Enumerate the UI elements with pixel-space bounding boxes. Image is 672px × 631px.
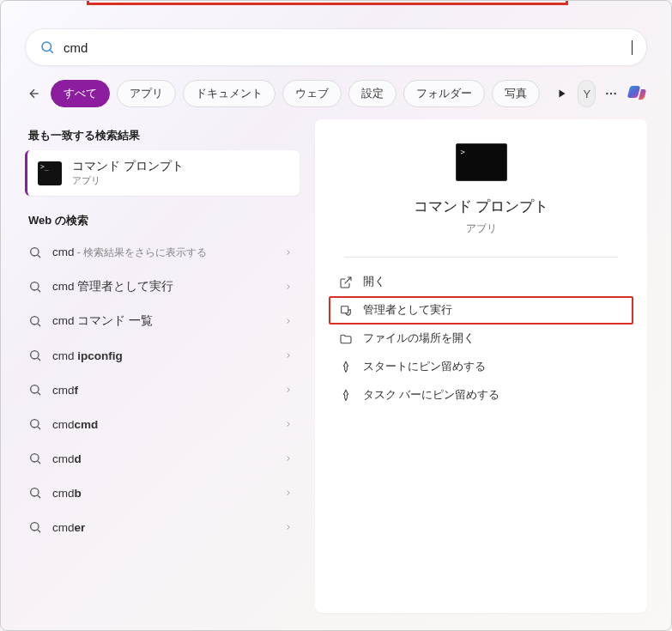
right-panel: コマンド プロンプト アプリ 開く 管理者として実行 ファイルの場所を開く [315,119,647,613]
svg-point-23 [31,523,39,531]
svg-line-22 [38,495,40,498]
svg-point-0 [42,42,51,52]
web-result-text: cmdf [52,384,78,397]
chevron-right-icon [284,382,293,397]
svg-line-16 [38,392,40,395]
action-open[interactable]: 開く [329,268,633,296]
search-icon [28,314,42,328]
pin-icon [339,389,353,403]
tabs-row: すべて アプリ ドキュメント ウェブ 設定 フォルダー 写真 Y [1,78,671,114]
svg-point-11 [31,317,39,325]
best-match-header: 最も一致する検索結果 [28,128,300,143]
svg-line-8 [38,255,40,258]
pin-icon [339,361,353,374]
tab-all[interactable]: すべて [51,80,110,107]
web-result-text: cmd コマンド 一覧 [52,313,153,329]
user-avatar[interactable]: Y [578,80,596,107]
chevron-right-icon [284,348,293,363]
web-result-item[interactable]: cmdb [25,476,300,510]
more-button[interactable] [602,80,620,107]
chevron-right-icon [284,485,293,501]
web-result-item[interactable]: cmdf [25,373,300,407]
search-icon [39,39,55,55]
content: 最も一致する検索結果 コマンド プロンプト アプリ Web の検索 cmd - … [1,114,671,630]
action-pin-taskbar[interactable]: タスク バーにピン留めする [329,381,633,410]
svg-rect-26 [342,306,348,312]
open-icon [339,276,353,289]
action-pin-start[interactable]: スタートにピン留めする [329,353,633,381]
web-result-text: cmdd [52,452,82,465]
tab-web[interactable]: ウェブ [282,80,342,107]
search-icon [28,417,42,431]
search-input[interactable]: cmd [64,40,633,55]
web-result-item[interactable]: cmd ipconfig [25,338,300,373]
tab-settings[interactable]: 設定 [348,80,397,107]
web-search-header: Web の検索 [28,213,300,228]
web-result-item[interactable]: cmdd [25,441,300,476]
search-icon [28,486,42,500]
svg-point-19 [31,454,39,462]
best-match-title: コマンド プロンプト [72,159,184,174]
svg-point-7 [31,248,39,256]
svg-line-12 [38,324,40,326]
app-title: コマンド プロンプト [414,197,549,216]
annotation-top-box [87,1,568,5]
svg-marker-3 [560,90,566,98]
svg-line-24 [38,530,40,532]
play-button[interactable] [554,80,571,107]
svg-line-20 [38,461,40,464]
chevron-right-icon [284,451,293,466]
action-open-location-label: ファイルの場所を開く [363,331,475,346]
web-result-item[interactable]: cmd - 検索結果をさらに表示する [25,235,300,270]
app-large-icon [456,143,507,181]
svg-point-17 [31,420,39,428]
chevron-right-icon [284,416,293,432]
svg-point-15 [31,385,39,393]
tab-documents[interactable]: ドキュメント [183,80,275,107]
web-result-text: cmder [52,521,85,534]
web-result-text: cmd 管理者として実行 [52,279,173,294]
chevron-right-icon [284,313,293,329]
web-result-item[interactable]: cmdcmd [25,407,300,441]
action-open-location[interactable]: ファイルの場所を開く [329,325,633,353]
svg-point-9 [31,282,39,290]
action-run-admin[interactable]: 管理者として実行 [329,296,633,325]
folder-icon [339,332,353,346]
tab-apps[interactable]: アプリ [117,80,176,107]
web-result-text: cmd ipconfig [52,349,123,362]
svg-line-18 [38,427,40,429]
search-icon [28,349,42,362]
copilot-icon[interactable] [627,80,647,107]
action-pin-taskbar-label: タスク バーにピン留めする [363,388,499,403]
left-panel: 最も一致する検索結果 コマンド プロンプト アプリ Web の検索 cmd - … [25,119,300,613]
search-icon [28,246,42,259]
search-icon [28,520,42,534]
web-result-item[interactable]: cmd コマンド 一覧 [25,304,300,338]
chevron-right-icon [284,245,293,260]
web-result-item[interactable]: cmder [25,510,300,544]
web-result-item[interactable]: cmd 管理者として実行 [25,270,300,304]
cmd-icon [38,161,62,185]
search-icon [28,383,42,397]
best-match-subtitle: アプリ [72,174,184,187]
svg-point-13 [31,351,39,359]
svg-point-4 [606,93,608,94]
tab-folders[interactable]: フォルダー [403,80,485,107]
svg-line-1 [50,50,52,52]
chevron-right-icon [284,279,293,294]
svg-point-6 [614,93,615,94]
web-result-text: cmd - 検索結果をさらに表示する [52,246,207,260]
svg-line-14 [38,358,40,361]
svg-point-21 [31,488,39,496]
chevron-right-icon [284,519,293,535]
tab-photos[interactable]: 写真 [492,80,540,107]
search-icon [28,280,42,294]
web-result-text: cmdcmd [52,418,98,431]
divider [344,257,619,258]
app-subtitle: アプリ [466,221,497,236]
web-result-text: cmdb [52,487,82,500]
back-button[interactable] [25,78,44,109]
action-run-admin-label: 管理者として実行 [363,303,452,318]
best-match-item[interactable]: コマンド プロンプト アプリ [25,150,300,196]
search-bar[interactable]: cmd [25,28,647,66]
